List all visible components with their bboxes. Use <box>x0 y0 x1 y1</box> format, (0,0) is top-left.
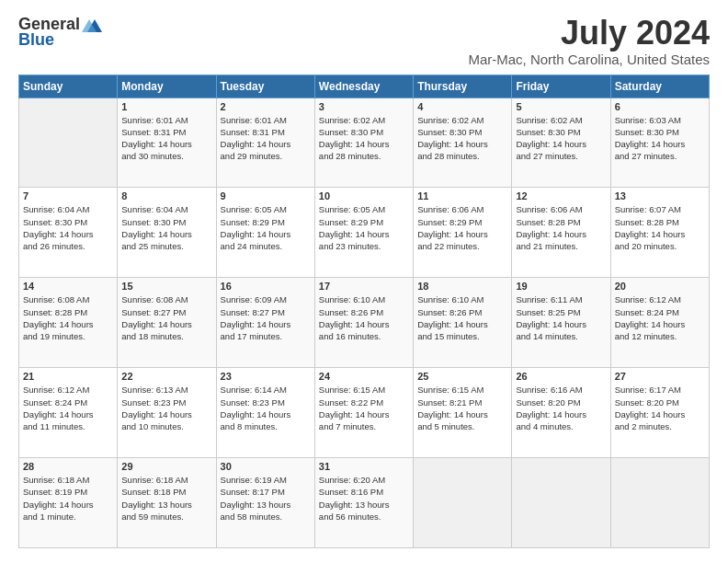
day-number: 18 <box>417 281 507 292</box>
day-info: Sunrise: 6:15 AM Sunset: 8:22 PM Dayligh… <box>319 384 409 432</box>
day-number: 19 <box>516 281 606 292</box>
day-cell: 12Sunrise: 6:06 AM Sunset: 8:28 PM Dayli… <box>512 188 610 278</box>
day-number: 12 <box>516 190 606 201</box>
day-cell: 6Sunrise: 6:03 AM Sunset: 8:30 PM Daylig… <box>610 98 709 188</box>
day-number: 29 <box>121 461 211 472</box>
day-number: 20 <box>615 281 705 292</box>
week-row-1: 1Sunrise: 6:01 AM Sunset: 8:31 PM Daylig… <box>19 98 710 188</box>
day-info: Sunrise: 6:15 AM Sunset: 8:21 PM Dayligh… <box>417 384 507 432</box>
day-cell: 10Sunrise: 6:05 AM Sunset: 8:29 PM Dayli… <box>314 188 413 278</box>
day-cell: 11Sunrise: 6:06 AM Sunset: 8:29 PM Dayli… <box>414 188 512 278</box>
day-info: Sunrise: 6:04 AM Sunset: 8:30 PM Dayligh… <box>121 203 211 252</box>
day-number: 8 <box>121 190 211 201</box>
day-info: Sunrise: 6:08 AM Sunset: 8:27 PM Dayligh… <box>121 293 211 342</box>
day-cell: 19Sunrise: 6:11 AM Sunset: 8:25 PM Dayli… <box>512 278 610 368</box>
day-info: Sunrise: 6:10 AM Sunset: 8:26 PM Dayligh… <box>417 293 507 342</box>
day-number: 11 <box>417 190 507 201</box>
week-row-2: 7Sunrise: 6:04 AM Sunset: 8:30 PM Daylig… <box>19 188 710 278</box>
day-number: 14 <box>23 281 113 292</box>
page-title: July 2024 <box>468 15 710 52</box>
day-cell: 15Sunrise: 6:08 AM Sunset: 8:27 PM Dayli… <box>118 278 216 368</box>
day-cell: 4Sunrise: 6:02 AM Sunset: 8:30 PM Daylig… <box>414 98 512 188</box>
day-cell: 8Sunrise: 6:04 AM Sunset: 8:30 PM Daylig… <box>118 188 216 278</box>
day-number: 21 <box>23 371 113 382</box>
day-info: Sunrise: 6:12 AM Sunset: 8:24 PM Dayligh… <box>23 384 113 432</box>
day-info: Sunrise: 6:07 AM Sunset: 8:28 PM Dayligh… <box>615 203 705 252</box>
day-cell: 7Sunrise: 6:04 AM Sunset: 8:30 PM Daylig… <box>19 188 118 278</box>
day-cell: 22Sunrise: 6:13 AM Sunset: 8:23 PM Dayli… <box>118 368 216 458</box>
title-block: July 2024 Mar-Mac, North Carolina, Unite… <box>468 15 710 67</box>
header-cell-wednesday: Wednesday <box>314 75 413 98</box>
day-cell: 31Sunrise: 6:20 AM Sunset: 8:16 PM Dayli… <box>314 458 413 548</box>
day-info: Sunrise: 6:06 AM Sunset: 8:29 PM Dayligh… <box>417 203 507 252</box>
page: General Blue July 2024 Mar-Mac, North Ca… <box>0 0 728 563</box>
day-cell <box>19 98 118 188</box>
page-subtitle: Mar-Mac, North Carolina, United States <box>468 52 710 67</box>
day-number: 24 <box>319 371 409 382</box>
day-cell: 25Sunrise: 6:15 AM Sunset: 8:21 PM Dayli… <box>414 368 512 458</box>
day-info: Sunrise: 6:10 AM Sunset: 8:26 PM Dayligh… <box>319 293 409 342</box>
day-cell: 18Sunrise: 6:10 AM Sunset: 8:26 PM Dayli… <box>414 278 512 368</box>
day-cell: 27Sunrise: 6:17 AM Sunset: 8:20 PM Dayli… <box>610 368 709 458</box>
header: General Blue July 2024 Mar-Mac, North Ca… <box>18 15 710 67</box>
day-info: Sunrise: 6:02 AM Sunset: 8:30 PM Dayligh… <box>319 114 409 163</box>
header-cell-sunday: Sunday <box>19 75 118 98</box>
day-number: 27 <box>615 371 705 382</box>
day-info: Sunrise: 6:18 AM Sunset: 8:19 PM Dayligh… <box>23 474 113 523</box>
day-info: Sunrise: 6:05 AM Sunset: 8:29 PM Dayligh… <box>319 203 409 252</box>
day-info: Sunrise: 6:18 AM Sunset: 8:18 PM Dayligh… <box>121 474 211 523</box>
day-info: Sunrise: 6:09 AM Sunset: 8:27 PM Dayligh… <box>221 293 311 342</box>
day-info: Sunrise: 6:16 AM Sunset: 8:20 PM Dayligh… <box>516 384 606 432</box>
day-number: 22 <box>121 371 211 382</box>
day-number: 17 <box>319 281 409 292</box>
day-number: 15 <box>121 281 211 292</box>
day-info: Sunrise: 6:17 AM Sunset: 8:20 PM Dayligh… <box>615 384 705 432</box>
day-info: Sunrise: 6:02 AM Sunset: 8:30 PM Dayligh… <box>417 114 507 163</box>
day-cell: 24Sunrise: 6:15 AM Sunset: 8:22 PM Dayli… <box>314 368 413 458</box>
day-number: 25 <box>417 371 507 382</box>
day-number: 1 <box>121 101 211 112</box>
day-info: Sunrise: 6:12 AM Sunset: 8:24 PM Dayligh… <box>615 293 705 342</box>
day-info: Sunrise: 6:01 AM Sunset: 8:31 PM Dayligh… <box>221 114 311 163</box>
day-cell: 28Sunrise: 6:18 AM Sunset: 8:19 PM Dayli… <box>19 458 118 548</box>
day-number: 10 <box>319 190 409 201</box>
day-number: 2 <box>221 101 311 112</box>
day-cell: 20Sunrise: 6:12 AM Sunset: 8:24 PM Dayli… <box>610 278 709 368</box>
day-cell: 13Sunrise: 6:07 AM Sunset: 8:28 PM Dayli… <box>610 188 709 278</box>
week-row-3: 14Sunrise: 6:08 AM Sunset: 8:28 PM Dayli… <box>19 278 710 368</box>
day-cell <box>610 458 709 548</box>
day-info: Sunrise: 6:19 AM Sunset: 8:17 PM Dayligh… <box>221 474 311 523</box>
day-cell: 30Sunrise: 6:19 AM Sunset: 8:17 PM Dayli… <box>216 458 314 548</box>
day-cell: 1Sunrise: 6:01 AM Sunset: 8:31 PM Daylig… <box>118 98 216 188</box>
day-cell: 9Sunrise: 6:05 AM Sunset: 8:29 PM Daylig… <box>216 188 314 278</box>
day-cell: 21Sunrise: 6:12 AM Sunset: 8:24 PM Dayli… <box>19 368 118 458</box>
day-number: 23 <box>221 371 311 382</box>
day-cell: 5Sunrise: 6:02 AM Sunset: 8:30 PM Daylig… <box>512 98 610 188</box>
day-cell: 26Sunrise: 6:16 AM Sunset: 8:20 PM Dayli… <box>512 368 610 458</box>
day-cell: 3Sunrise: 6:02 AM Sunset: 8:30 PM Daylig… <box>314 98 413 188</box>
logo: General Blue <box>18 15 102 50</box>
day-cell: 23Sunrise: 6:14 AM Sunset: 8:23 PM Dayli… <box>216 368 314 458</box>
header-cell-monday: Monday <box>118 75 216 98</box>
day-number: 4 <box>417 101 507 112</box>
day-cell: 2Sunrise: 6:01 AM Sunset: 8:31 PM Daylig… <box>216 98 314 188</box>
day-info: Sunrise: 6:08 AM Sunset: 8:28 PM Dayligh… <box>23 293 113 342</box>
day-info: Sunrise: 6:01 AM Sunset: 8:31 PM Dayligh… <box>121 114 211 163</box>
day-info: Sunrise: 6:05 AM Sunset: 8:29 PM Dayligh… <box>221 203 311 252</box>
calendar-table: SundayMondayTuesdayWednesdayThursdayFrid… <box>18 75 710 548</box>
day-cell: 16Sunrise: 6:09 AM Sunset: 8:27 PM Dayli… <box>216 278 314 368</box>
day-info: Sunrise: 6:04 AM Sunset: 8:30 PM Dayligh… <box>23 203 113 252</box>
day-number: 7 <box>23 190 113 201</box>
header-cell-tuesday: Tuesday <box>216 75 314 98</box>
day-number: 16 <box>221 281 311 292</box>
day-number: 6 <box>615 101 705 112</box>
day-info: Sunrise: 6:06 AM Sunset: 8:28 PM Dayligh… <box>516 203 606 252</box>
header-cell-friday: Friday <box>512 75 610 98</box>
day-number: 3 <box>319 101 409 112</box>
day-info: Sunrise: 6:14 AM Sunset: 8:23 PM Dayligh… <box>221 384 311 432</box>
day-info: Sunrise: 6:20 AM Sunset: 8:16 PM Dayligh… <box>319 474 409 523</box>
day-number: 5 <box>516 101 606 112</box>
calendar-body: 1Sunrise: 6:01 AM Sunset: 8:31 PM Daylig… <box>19 98 710 547</box>
day-number: 26 <box>516 371 606 382</box>
header-row: SundayMondayTuesdayWednesdayThursdayFrid… <box>19 75 710 98</box>
